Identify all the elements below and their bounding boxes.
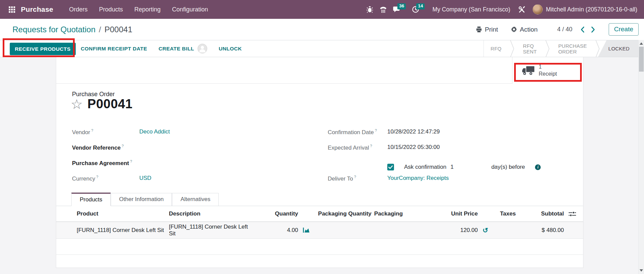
optional-columns-icon[interactable] — [568, 211, 576, 217]
vendor-reference-label: Vendor Reference — [72, 145, 121, 151]
voip-phone-button[interactable] — [377, 3, 390, 16]
pager-previous-button[interactable] — [580, 26, 585, 33]
field-group-left: Vendor? Deco Addict Vendor Reference? Pu… — [72, 128, 274, 190]
price-history-icon[interactable]: ↺ — [482, 227, 488, 234]
confirmation-date-value: 10/28/2022 12:47:29 — [387, 128, 440, 135]
help-marker: ? — [354, 175, 356, 179]
currency-value-link[interactable]: USD — [139, 175, 151, 182]
step-separator — [545, 40, 549, 57]
deliver-to-label: Deliver To — [328, 175, 353, 182]
status-step-rfq[interactable]: RFQ — [484, 40, 510, 57]
form-view: 1 Receipt Purchase Order ☆ P00041 Vendor… — [0, 57, 644, 274]
field-vendor-reference: Vendor Reference? — [72, 144, 274, 159]
tab-products[interactable]: Products — [71, 193, 111, 206]
info-icon[interactable]: i — [535, 164, 541, 170]
help-marker: ? — [122, 144, 124, 148]
scrollbar-thumb[interactable] — [639, 47, 644, 72]
table-header-row: Product Description Quantity Packaging Q… — [56, 206, 583, 222]
ask-confirmation-value[interactable]: 1 — [451, 164, 454, 170]
breadcrumb-divider: / — [96, 25, 105, 34]
messages-button[interactable]: 36 — [390, 3, 403, 16]
status-step-locked[interactable]: LOCKED — [600, 40, 638, 57]
field-deliver-to: Deliver To? YourCompany: Receipts — [328, 175, 573, 190]
cell-description: [FURN_1118] Corner Desk Left Sit — [169, 224, 253, 237]
cell-quantity: 4.00 — [253, 227, 298, 234]
scroll-up-icon[interactable] — [640, 42, 643, 45]
status-step-purchase-order[interactable]: PURCHASE ORDER — [549, 40, 596, 57]
vendor-value-link[interactable]: Deco Addict — [139, 128, 170, 135]
create-bill-label: CREATE BILL — [158, 46, 194, 52]
print-button[interactable]: Print — [476, 26, 498, 33]
field-vendor: Vendor? Deco Addict — [72, 128, 274, 144]
field-expected-arrival: Expected Arrival? 10/15/2022 05:30:00 — [328, 144, 573, 159]
unlock-button[interactable]: UNLOCK — [219, 46, 242, 52]
chevron-left-icon — [580, 26, 585, 33]
ask-confirmation-suffix: day(s) before — [491, 164, 525, 170]
messages-badge: 36 — [397, 3, 406, 9]
apps-menu-icon[interactable] — [6, 4, 17, 15]
column-header-taxes: Taxes — [493, 210, 530, 217]
print-label: Print — [485, 26, 498, 33]
create-button[interactable]: Create — [609, 23, 639, 36]
expected-arrival-value: 10/15/2022 05:30:00 — [387, 144, 440, 151]
nav-menu-orders[interactable]: Orders — [63, 6, 93, 13]
empty-line-row — [56, 239, 583, 255]
pager: 4 / 40 — [557, 26, 595, 33]
app-brand[interactable]: Purchase — [21, 5, 53, 13]
ask-confirmation-checkbox[interactable] — [387, 164, 394, 170]
confirm-receipt-date-button[interactable]: CONFIRM RECEIPT DATE — [81, 46, 147, 52]
receive-products-button[interactable]: RECEIVE PRODUCTS — [10, 43, 76, 55]
notebook-tabs: Products Other Information Alternatives — [56, 193, 583, 206]
action-label: Action — [520, 26, 538, 33]
activities-button[interactable]: 14 — [409, 3, 422, 16]
phone-icon — [380, 6, 387, 13]
status-step-rfq-sent[interactable]: RFQ SENT — [514, 40, 545, 57]
developer-tools-button[interactable] — [515, 3, 529, 16]
column-header-unit-price: Unit Price — [429, 210, 478, 217]
tab-other-information[interactable]: Other Information — [111, 193, 172, 206]
receipt-count: 1 — [539, 64, 557, 71]
receipt-smart-button[interactable]: 1 Receipt — [512, 57, 583, 84]
help-marker: ? — [96, 175, 98, 179]
nav-menu-reporting[interactable]: Reporting — [129, 6, 166, 13]
breadcrumb-current: P00041 — [104, 25, 132, 34]
favorite-star-icon[interactable]: ☆ — [71, 97, 83, 111]
breadcrumb-parent-link[interactable]: Requests for Quotation — [12, 25, 96, 34]
help-marker: ? — [91, 128, 93, 132]
truck-icon — [522, 66, 535, 76]
tab-alternatives[interactable]: Alternatives — [172, 193, 219, 206]
nav-menu-products[interactable]: Products — [93, 6, 129, 13]
expected-arrival-label: Expected Arrival — [328, 145, 369, 151]
record-name: P00041 — [87, 97, 133, 111]
column-header-packaging: Packaging — [371, 210, 429, 217]
table-row[interactable]: [FURN_1118] Corner Desk Left Sit [FURN_1… — [56, 222, 583, 239]
field-group-right: Confirmation Date? 10/28/2022 12:47:29 E… — [328, 128, 573, 190]
printer-icon — [476, 26, 482, 33]
vertical-scrollbar[interactable] — [638, 40, 644, 274]
scroll-down-icon[interactable] — [640, 269, 643, 272]
chevron-right-icon — [591, 26, 595, 33]
column-header-quantity: Quantity — [253, 210, 298, 217]
bug-icon — [366, 6, 373, 13]
column-header-packaging-quantity: Packaging Quantity — [312, 210, 371, 217]
column-header-product: Product — [77, 210, 169, 217]
user-menu[interactable]: Mitchell Admin (20570120-16-0-all) — [543, 6, 639, 13]
nav-menu-configuration[interactable]: Configuration — [166, 6, 214, 13]
debug-bug-button[interactable] — [363, 3, 377, 16]
field-currency: Currency? USD — [72, 175, 274, 190]
activities-badge: 14 — [416, 3, 425, 9]
column-header-description: Description — [169, 210, 253, 217]
statusbar-steps: RFQ RFQ SENT PURCHASE ORDER LOCKED — [484, 40, 638, 57]
create-bill-button[interactable]: CREATE BILL — [158, 44, 207, 53]
user-avatar[interactable] — [533, 4, 543, 14]
pager-next-button[interactable] — [591, 26, 595, 33]
company-switcher[interactable]: My Company (San Francisco) — [428, 6, 515, 13]
action-button[interactable]: Action — [511, 26, 538, 33]
forecast-chart-icon[interactable] — [303, 227, 310, 233]
deliver-to-value-link[interactable]: YourCompany: Receipts — [387, 175, 449, 182]
gear-icon — [511, 26, 517, 33]
confirmation-date-label: Confirmation Date — [328, 129, 374, 135]
control-panel: Requests for Quotation / P00041 Print Ac… — [0, 19, 644, 40]
form-statusbar: RECEIVE PRODUCTS CONFIRM RECEIPT DATE CR… — [0, 40, 644, 57]
cell-unit-price: 120.00 — [429, 227, 478, 234]
